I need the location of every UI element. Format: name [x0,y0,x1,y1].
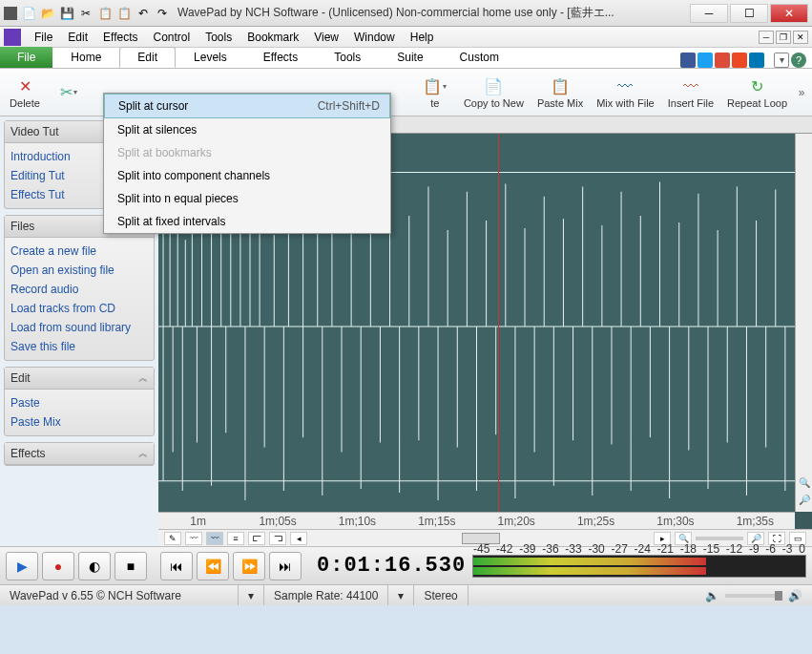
qat-undo-icon[interactable]: ↶ [135,6,151,21]
app-icon [4,7,17,20]
timeline-ruler[interactable]: 1m 1m;05s 1m;10s 1m;15s 1m;20s 1m;25s 1m… [158,512,795,529]
link-load-tracks-cd[interactable]: Load tracks from CD [10,299,148,318]
menu-file[interactable]: File [27,29,60,46]
record-button[interactable]: ● [42,552,74,580]
forward-button[interactable]: ⏩ [233,552,265,580]
tab-levels[interactable]: Levels [176,47,245,68]
linkedin-icon[interactable] [749,53,764,68]
menu-window[interactable]: Window [346,29,403,46]
play-button[interactable]: ▶ [6,552,38,580]
link-paste[interactable]: Paste [10,393,148,412]
time-tick: 1m;15s [397,515,476,528]
volume-slider[interactable] [725,594,782,598]
gplus-icon[interactable] [715,53,730,68]
ribbon-overflow-icon[interactable]: » [795,86,808,99]
menu-effects[interactable]: Effects [95,29,145,46]
link-paste-mix[interactable]: Paste Mix [10,412,148,432]
ribbon-tabs: File Home Edit Levels Effects Tools Suit… [0,48,812,69]
meter-scale: -45-42-39-36-33-30-27-24-21-18-15-12-9-6… [473,542,805,556]
speaker-icon[interactable]: 🔊 [788,589,802,602]
menu-view[interactable]: View [306,29,346,46]
qat-paste-icon[interactable]: 📋 [116,6,132,21]
copy-to-new-button[interactable]: 📄Copy to New [458,74,530,111]
help-icon[interactable]: ? [791,53,806,68]
tool-wave-icon[interactable]: 〰 [185,532,202,545]
repeat-loop-button[interactable]: ↻Repeat Loop [721,74,793,111]
menu-split-at-bookmarks: Split at bookmarks [104,141,390,164]
menubar: File Edit Effects Control Tools Bookmark… [0,27,812,48]
menu-split-n-equal[interactable]: Split into n equal pieces [104,187,390,210]
menu-split-at-silences[interactable]: Split at silences [104,118,390,141]
tab-edit[interactable]: Edit [119,47,176,68]
time-tick: 1m;05s [238,515,317,528]
qat-redo-icon[interactable]: ↷ [155,6,170,21]
stop-button[interactable]: ■ [115,552,147,580]
zoom-in-vert-icon[interactable]: 🔍 [798,477,811,491]
paste-dropdown-button[interactable]: 📋te [414,74,456,111]
menu-bookmark[interactable]: Bookmark [239,29,306,46]
menu-split-component-channels[interactable]: Split into component channels [104,164,390,187]
paste-mix-button[interactable]: 📋Paste Mix [531,74,589,111]
insert-file-button[interactable]: 〰Insert File [662,74,719,111]
mdi-minimize-button[interactable]: ─ [759,31,774,44]
tool-wave2-icon[interactable]: 〰 [206,532,223,545]
link-create-new-file[interactable]: Create a new file [10,242,148,261]
link-record-audio[interactable]: Record audio [10,280,148,299]
menu-edit[interactable]: Edit [60,29,95,46]
link-load-sound-library[interactable]: Load from sound library [10,318,148,337]
tab-suite[interactable]: Suite [379,47,441,68]
playback-cursor[interactable] [498,134,499,512]
maximize-button[interactable]: ☐ [730,4,768,23]
zoom-slider[interactable] [696,537,743,540]
link-open-existing-file[interactable]: Open an existing file [10,261,148,280]
qat-save-icon[interactable]: 💾 [59,6,74,21]
split-dropdown-button[interactable]: ✂ [48,80,90,105]
mdi-close-button[interactable]: ✕ [793,31,808,44]
menu-item-label: Split at bookmarks [117,146,212,159]
tab-tools[interactable]: Tools [316,47,379,68]
status-dropdown-icon[interactable]: ▾ [388,585,414,605]
menu-help[interactable]: Help [403,29,442,46]
skip-end-button[interactable]: ⏭ [269,552,302,580]
qat-copy-icon[interactable]: 📋 [97,6,113,21]
facebook-icon[interactable] [680,53,696,68]
menu-control[interactable]: Control [146,29,198,46]
status-version: WavePad v 6.55 © NCH Software [0,585,239,605]
speaker-mute-icon[interactable]: 🔈 [705,589,719,602]
menu-item-label: Split at silences [117,123,197,137]
qat-open-icon[interactable]: 📂 [40,6,55,21]
app-menu-icon[interactable] [4,29,21,46]
tab-custom[interactable]: Custom [442,47,517,68]
scrub-button[interactable]: ◐ [78,552,111,580]
tool-right-icon[interactable]: ⫎ [269,532,286,545]
status-dropdown-icon[interactable]: ▾ [239,585,264,605]
tool-spectrum-icon[interactable]: ≡ [227,532,244,545]
mdi-restore-button[interactable]: ❐ [776,31,791,44]
dropdown-icon[interactable]: ▾ [774,53,789,68]
twitter-icon[interactable] [697,53,713,68]
tab-file[interactable]: File [0,47,52,68]
minimize-button[interactable]: ─ [690,4,728,23]
stumble-icon[interactable] [732,53,747,68]
panel-title: Edit [10,371,31,385]
qat-new-icon[interactable]: 📄 [21,6,36,21]
meter-bar-left [473,558,706,565]
tab-effects[interactable]: Effects [245,47,316,68]
collapse-icon[interactable]: ︽ [138,447,148,460]
skip-start-button[interactable]: ⏮ [160,552,193,580]
rewind-button[interactable]: ⏪ [197,552,229,580]
menu-split-fixed-intervals[interactable]: Split at fixed intervals [104,210,390,233]
scroll-left-icon[interactable]: ◂ [290,532,307,545]
collapse-icon[interactable]: ︽ [138,371,148,385]
zoom-out-vert-icon[interactable]: 🔎 [798,495,811,508]
link-save-this-file[interactable]: Save this file [10,337,148,356]
qat-cut-icon[interactable]: ✂ [78,6,94,21]
close-button[interactable]: ✕ [770,4,808,23]
tab-home[interactable]: Home [52,47,119,68]
menu-split-at-cursor[interactable]: Split at cursorCtrl+Shift+D [104,94,390,118]
menu-tools[interactable]: Tools [198,29,239,46]
tool-left-icon[interactable]: ⫍ [248,532,265,545]
tool-pencil-icon[interactable]: ✎ [164,532,181,545]
delete-button[interactable]: ✕Delete [4,74,46,111]
mix-with-file-button[interactable]: 〰Mix with File [591,74,660,111]
